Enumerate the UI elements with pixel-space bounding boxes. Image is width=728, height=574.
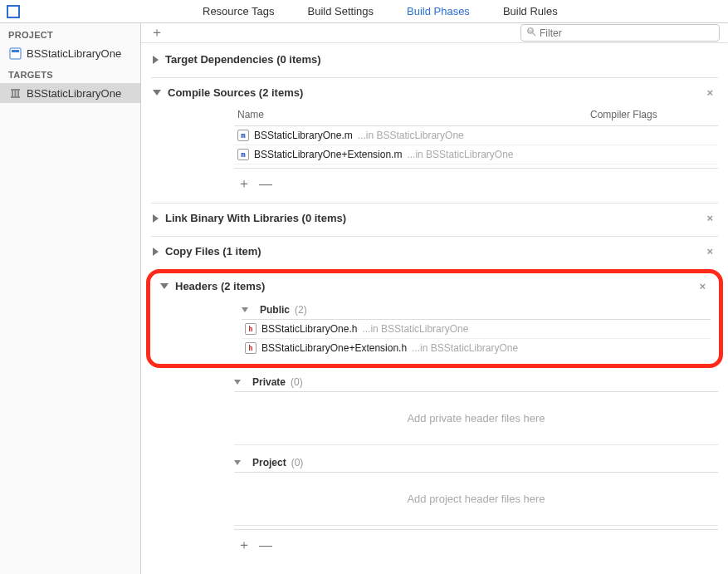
sidebar-project-item[interactable]: BSStaticLibraryOne bbox=[0, 43, 140, 63]
add-phase-button[interactable]: ＋ bbox=[149, 26, 164, 41]
objc-impl-file-icon: m bbox=[237, 130, 249, 141]
headers-project-section: Project (0) Add project header files her… bbox=[234, 454, 718, 526]
filter-input[interactable] bbox=[540, 27, 714, 39]
file-location: ...in BSStaticLibraryOne bbox=[412, 342, 518, 354]
headers-public-section: Public (2) h BSStaticLibraryOne.h ...in … bbox=[242, 301, 711, 357]
compile-file-row[interactable]: m BSStaticLibraryOne.m ...in BSStaticLib… bbox=[234, 126, 718, 145]
phase-compile-sources: Compile Sources (2 items) × Name Compile… bbox=[151, 81, 718, 196]
phase-title: Compile Sources (2 items) bbox=[168, 86, 303, 99]
objc-header-file-icon: h bbox=[245, 342, 257, 354]
add-file-button[interactable]: ＋ bbox=[237, 537, 251, 554]
phase-headers: Headers (2 items) × Public (2) bbox=[159, 278, 711, 357]
sidebar: PROJECT BSStaticLibraryOne TARGETS BSSta… bbox=[0, 23, 141, 574]
objc-header-file-icon: h bbox=[245, 323, 257, 335]
col-name-header[interactable]: Name bbox=[237, 109, 590, 120]
sidebar-item-label: BSStaticLibraryOne bbox=[27, 47, 121, 60]
headers-private-section: Private (0) Add private header files her… bbox=[234, 373, 718, 445]
project-icon[interactable] bbox=[7, 5, 20, 18]
file-name: BSStaticLibraryOne.m bbox=[254, 130, 353, 141]
sidebar-project-header: PROJECT bbox=[0, 23, 140, 43]
subsection-count: (0) bbox=[291, 457, 304, 469]
file-name: BSStaticLibraryOne+Extension.m bbox=[254, 149, 402, 160]
phase-title: Target Dependencies (0 items) bbox=[165, 53, 321, 66]
private-placeholder[interactable]: Add private header files here bbox=[234, 392, 718, 445]
phase-title: Headers (2 items) bbox=[175, 280, 265, 292]
disclosure-triangle-icon bbox=[153, 248, 159, 256]
objc-impl-file-icon: m bbox=[237, 149, 249, 160]
svg-rect-3 bbox=[12, 90, 13, 96]
remove-phase-button[interactable]: × bbox=[703, 86, 716, 99]
remove-file-button[interactable]: — bbox=[259, 538, 272, 553]
remove-phase-button[interactable]: × bbox=[703, 212, 716, 224]
disclosure-triangle-icon bbox=[153, 214, 159, 223]
xcodeproj-icon bbox=[8, 47, 22, 60]
phase-header-copy-files[interactable]: Copy Files (1 item) × bbox=[151, 240, 718, 262]
phase-copy-files: Copy Files (1 item) × bbox=[151, 240, 718, 262]
filter-icon bbox=[526, 27, 536, 39]
content-area: ＋ Target Dependencies (0 items) bbox=[141, 23, 728, 574]
top-tabs: Resource Tags Build Settings Build Phase… bbox=[0, 0, 728, 23]
phase-header-link-binary[interactable]: Link Binary With Libraries (0 items) × bbox=[151, 207, 718, 229]
remove-phase-button[interactable]: × bbox=[703, 245, 716, 258]
tab-build-settings[interactable]: Build Settings bbox=[291, 5, 390, 17]
subsection-label: Private bbox=[252, 376, 286, 388]
disclosure-triangle-icon bbox=[153, 56, 159, 64]
remove-phase-button[interactable]: × bbox=[696, 280, 709, 292]
phase-header-compile-sources[interactable]: Compile Sources (2 items) × bbox=[151, 81, 718, 104]
svg-rect-4 bbox=[14, 90, 16, 96]
subsection-count: (2) bbox=[295, 304, 307, 316]
headers-public-header[interactable]: Public (2) bbox=[242, 301, 711, 320]
content-toolbar: ＋ bbox=[141, 23, 728, 43]
compile-col-headers: Name Compiler Flags bbox=[234, 104, 718, 126]
disclosure-triangle-icon bbox=[234, 460, 241, 465]
project-placeholder[interactable]: Add project header files here bbox=[234, 473, 718, 526]
svg-rect-0 bbox=[10, 48, 21, 59]
phase-target-dependencies: Target Dependencies (0 items) bbox=[151, 48, 718, 71]
sidebar-targets-header: TARGETS bbox=[0, 63, 140, 83]
library-target-icon bbox=[8, 86, 22, 100]
headers-project-header[interactable]: Project (0) bbox=[234, 454, 718, 473]
disclosure-triangle-icon bbox=[242, 307, 248, 312]
sidebar-item-label: BSStaticLibraryOne bbox=[27, 87, 121, 100]
phase-title: Copy Files (1 item) bbox=[165, 245, 261, 258]
file-name: BSStaticLibraryOne+Extension.h bbox=[261, 342, 407, 354]
headers-private-header[interactable]: Private (0) bbox=[234, 373, 718, 392]
disclosure-triangle-icon bbox=[160, 283, 169, 289]
svg-rect-1 bbox=[12, 50, 19, 52]
headers-highlight: Headers (2 items) × Public (2) bbox=[146, 269, 723, 368]
phase-title: Link Binary With Libraries (0 items) bbox=[165, 212, 346, 224]
header-file-row[interactable]: h BSStaticLibraryOne.h ...in BSStaticLib… bbox=[242, 320, 711, 339]
phase-header-headers[interactable]: Headers (2 items) × bbox=[159, 278, 711, 297]
phase-link-binary: Link Binary With Libraries (0 items) × bbox=[151, 207, 718, 229]
file-location: ...in BSStaticLibraryOne bbox=[362, 323, 468, 335]
svg-line-8 bbox=[533, 33, 535, 36]
subsection-count: (0) bbox=[291, 376, 303, 388]
disclosure-triangle-icon bbox=[234, 380, 241, 385]
file-location: ...in BSStaticLibraryOne bbox=[358, 130, 464, 141]
svg-rect-5 bbox=[17, 90, 19, 96]
compile-file-row[interactable]: m BSStaticLibraryOne+Extension.m ...in B… bbox=[234, 145, 718, 164]
col-flags-header[interactable]: Compiler Flags bbox=[590, 109, 715, 120]
subsection-label: Public bbox=[260, 304, 290, 316]
header-file-row[interactable]: h BSStaticLibraryOne+Extension.h ...in B… bbox=[242, 339, 711, 357]
add-file-button[interactable]: ＋ bbox=[237, 175, 251, 193]
tab-build-phases[interactable]: Build Phases bbox=[390, 5, 486, 17]
file-name: BSStaticLibraryOne.h bbox=[261, 323, 357, 335]
phase-header-target-deps[interactable]: Target Dependencies (0 items) bbox=[151, 48, 718, 71]
sidebar-target-item[interactable]: BSStaticLibraryOne bbox=[0, 83, 140, 103]
file-location: ...in BSStaticLibraryOne bbox=[407, 149, 513, 160]
tab-resource-tags[interactable]: Resource Tags bbox=[186, 5, 291, 17]
disclosure-triangle-icon bbox=[153, 90, 161, 96]
subsection-label: Project bbox=[252, 457, 286, 469]
svg-rect-2 bbox=[11, 96, 20, 98]
svg-rect-6 bbox=[11, 89, 20, 91]
filter-box[interactable] bbox=[520, 24, 720, 42]
tab-build-rules[interactable]: Build Rules bbox=[486, 5, 574, 17]
remove-file-button[interactable]: — bbox=[259, 177, 272, 192]
